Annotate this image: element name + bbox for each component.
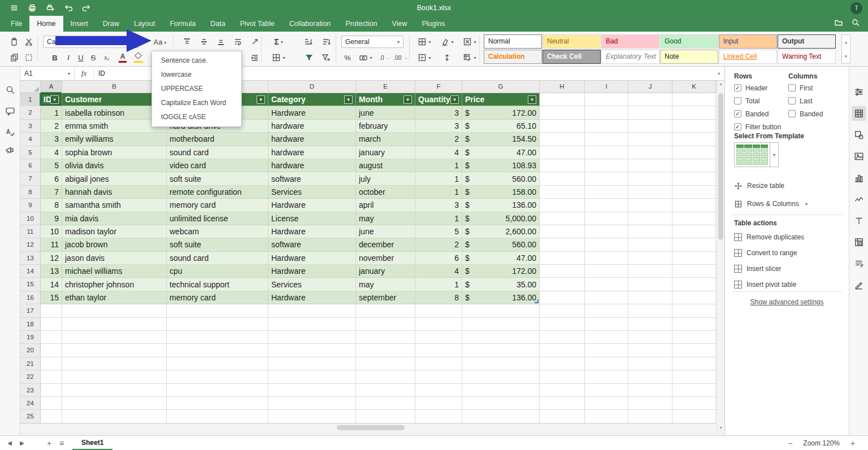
cell-H7[interactable]	[540, 172, 585, 185]
column-header-I[interactable]: I	[585, 81, 628, 93]
tab-layout[interactable]: Layout	[127, 16, 163, 32]
cell-I6[interactable]	[585, 159, 628, 172]
cell-E12[interactable]: december	[356, 238, 415, 251]
tab-insert[interactable]: Insert	[63, 16, 96, 32]
cell-E14[interactable]: january	[356, 265, 415, 278]
advanced-settings-link[interactable]: Show advanced settings	[725, 298, 849, 306]
cell-K18[interactable]	[672, 318, 716, 331]
cell-G12[interactable]: $560.00	[462, 238, 540, 251]
case-option-capitalize-each-word[interactable]: Capitalize Each Word	[152, 96, 241, 110]
cell-H25[interactable]	[540, 410, 585, 423]
cell-B24[interactable]	[62, 397, 167, 410]
text-art-settings-icon[interactable]	[852, 213, 866, 228]
row-header-16[interactable]: 16	[20, 291, 41, 304]
cell-F21[interactable]	[415, 357, 462, 370]
cell-J18[interactable]	[628, 318, 672, 331]
cell-A15[interactable]: 14	[41, 278, 62, 291]
cell-G17[interactable]	[462, 304, 540, 317]
prev-sheet-icon[interactable]: ◀	[3, 440, 16, 446]
autosum-button[interactable]: Σ▾	[269, 35, 288, 49]
cell-D21[interactable]	[268, 357, 356, 370]
cell-H17[interactable]	[540, 304, 585, 317]
cell-D1[interactable]: Category▾	[268, 93, 356, 106]
cell-G22[interactable]	[462, 370, 540, 383]
user-avatar[interactable]: T	[850, 2, 862, 14]
cell-B7[interactable]: abigail jones	[62, 172, 167, 185]
insert-cells-button[interactable]: ▾	[269, 51, 288, 64]
row-header-19[interactable]: 19	[20, 331, 41, 344]
cell-K14[interactable]	[672, 265, 716, 278]
redo-icon[interactable]	[80, 2, 93, 14]
cell-J11[interactable]	[628, 225, 672, 238]
row-header-18[interactable]: 18	[20, 318, 41, 331]
add-sheet-button[interactable]: +	[43, 439, 55, 448]
change-case-button[interactable]: Aa▴	[150, 35, 170, 49]
cell-D13[interactable]: Hardware	[268, 252, 356, 265]
cell-C20[interactable]	[167, 344, 268, 357]
quick-print-icon[interactable]	[44, 2, 57, 14]
cell-G21[interactable]	[462, 357, 540, 370]
row-header-8[interactable]: 8	[20, 186, 41, 199]
case-option-toggle-case[interactable]: tOGGLE cASE	[152, 110, 241, 124]
cell-H20[interactable]	[540, 344, 585, 357]
filter-button-id[interactable]: ▾	[50, 95, 59, 104]
row-header-10[interactable]: 10	[20, 212, 41, 225]
column-header-J[interactable]: J	[628, 81, 672, 93]
open-file-location-icon[interactable]	[834, 18, 843, 29]
col-option-last[interactable]: Last	[788, 97, 823, 105]
cell-E10[interactable]: may	[356, 212, 415, 225]
sort-descending-button[interactable]	[319, 35, 333, 49]
cell-J10[interactable]	[628, 212, 672, 225]
cell-C18[interactable]	[167, 318, 268, 331]
cut-button[interactable]	[21, 35, 36, 49]
cell-F5[interactable]: 4	[415, 146, 462, 159]
cell-style-check-cell[interactable]: Check Cell	[542, 50, 601, 64]
cell-I8[interactable]	[585, 186, 628, 199]
cell-E11[interactable]: june	[356, 225, 415, 238]
cell-J24[interactable]	[628, 397, 672, 410]
cell-E13[interactable]: november	[356, 252, 415, 265]
sparkline-settings-icon[interactable]	[852, 192, 866, 207]
cell-D11[interactable]: Hardware	[268, 225, 356, 238]
cell-F1[interactable]: Quantity▾	[415, 93, 462, 106]
insert-function-button[interactable]: fx	[75, 69, 94, 78]
cell-E20[interactable]	[356, 344, 415, 357]
cell-I24[interactable]	[585, 397, 628, 410]
row-header-14[interactable]: 14	[20, 265, 41, 278]
row-option-filter-button[interactable]: ✓Filter button	[734, 123, 781, 131]
cell-A20[interactable]	[41, 344, 62, 357]
cell-C7[interactable]: soft suite	[167, 172, 268, 185]
cell-C10[interactable]: unlimited license	[167, 212, 268, 225]
cell-I1[interactable]	[585, 93, 628, 106]
resize-table-button[interactable]: Resize table	[734, 181, 784, 191]
filter-button-quantity[interactable]: ▾	[450, 95, 459, 104]
filter-button[interactable]	[302, 51, 316, 64]
shape-settings-icon[interactable]	[852, 128, 866, 142]
cell-K9[interactable]	[672, 199, 716, 212]
cell-A4[interactable]: 3	[41, 133, 62, 146]
cell-E4[interactable]: march	[356, 133, 415, 146]
row-option-banded[interactable]: ✓Banded	[734, 110, 781, 118]
chart-settings-icon[interactable]	[852, 171, 866, 185]
row-header-17[interactable]: 17	[20, 304, 41, 317]
orientation-button[interactable]	[248, 35, 262, 49]
row-header-7[interactable]: 7	[20, 172, 41, 185]
cell-F19[interactable]	[415, 331, 462, 344]
horizontal-scroll-thumb[interactable]	[337, 425, 405, 430]
cell-F3[interactable]: 3	[415, 120, 462, 133]
cell-B4[interactable]: emily williams	[62, 133, 167, 146]
cell-A1[interactable]: ID▾	[41, 93, 62, 106]
cell-K5[interactable]	[672, 146, 716, 159]
cell-A24[interactable]	[41, 397, 62, 410]
cell-G3[interactable]: $65.10	[462, 120, 540, 133]
cell-D14[interactable]: Hardware	[268, 265, 356, 278]
select-all-corner[interactable]	[20, 81, 41, 93]
cell-J17[interactable]	[628, 304, 672, 317]
cell-F16[interactable]: 8	[415, 291, 462, 304]
cell-B14[interactable]: michael williams	[62, 265, 167, 278]
cell-style-neutral[interactable]: Neutral	[542, 34, 601, 49]
cell-E16[interactable]: september	[356, 291, 415, 304]
checkbox-first[interactable]	[788, 84, 796, 91]
clear-button[interactable]: ▾	[437, 35, 457, 49]
row-header-12[interactable]: 12	[20, 238, 41, 251]
